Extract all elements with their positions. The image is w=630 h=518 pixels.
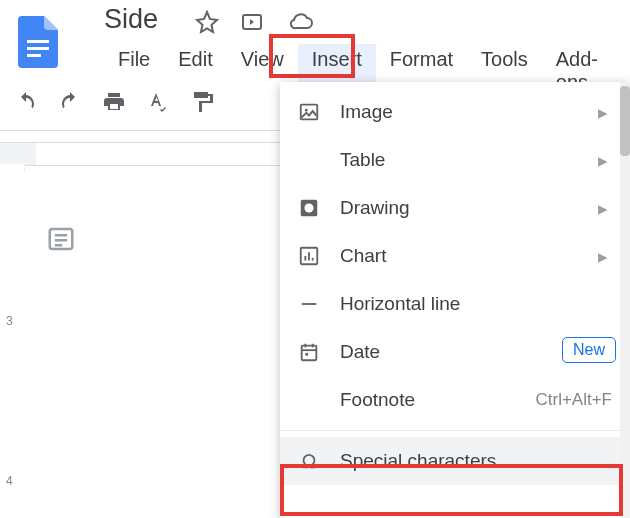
- menu-item-table[interactable]: Table ▸: [280, 136, 630, 184]
- menu-item-label: Table: [340, 149, 385, 171]
- menu-item-image[interactable]: Image ▸: [280, 88, 630, 136]
- menu-item-label: Chart: [340, 245, 386, 267]
- svg-point-11: [304, 203, 313, 212]
- svg-point-9: [305, 109, 308, 112]
- scrollbar-thumb[interactable]: [620, 86, 630, 156]
- svg-rect-2: [27, 54, 41, 57]
- menu-item-drawing[interactable]: Drawing ▸: [280, 184, 630, 232]
- undo-button[interactable]: [14, 90, 38, 114]
- svg-rect-17: [302, 346, 317, 361]
- insert-dropdown: Image ▸ Table ▸ Drawing ▸ Chart ▸ Horizo…: [280, 82, 630, 518]
- outline-icon[interactable]: [46, 224, 76, 258]
- print-button[interactable]: [102, 90, 126, 114]
- toolbar: [14, 90, 214, 114]
- menu-item-special-characters[interactable]: Special characters: [280, 437, 630, 485]
- hline-icon: [296, 293, 322, 315]
- drawing-icon: [296, 197, 322, 219]
- document-title[interactable]: Side: [104, 4, 158, 35]
- submenu-arrow-icon: ▸: [598, 245, 608, 268]
- omega-icon: [296, 450, 322, 472]
- menu-item-horizontal-line[interactable]: Horizontal line: [280, 280, 630, 328]
- menu-item-label: Date: [340, 341, 380, 363]
- calendar-icon: [296, 341, 322, 363]
- horizontal-ruler[interactable]: [0, 142, 280, 166]
- menu-item-chart[interactable]: Chart ▸: [280, 232, 630, 280]
- vertical-ruler[interactable]: 3 4: [0, 164, 25, 518]
- image-icon: [296, 101, 322, 123]
- menu-item-footnote[interactable]: Footnote Ctrl+Alt+F: [280, 376, 630, 424]
- spellcheck-button[interactable]: [146, 90, 170, 114]
- dropdown-scrollbar[interactable]: [620, 82, 630, 518]
- ruler-mark: 3: [6, 314, 13, 328]
- submenu-arrow-icon: ▸: [598, 197, 608, 220]
- cloud-status-icon[interactable]: [288, 10, 314, 38]
- menu-item-label: Horizontal line: [340, 293, 460, 315]
- redo-button[interactable]: [58, 90, 82, 114]
- chart-icon: [296, 245, 322, 267]
- svg-rect-21: [305, 353, 308, 356]
- svg-rect-0: [27, 40, 49, 43]
- menu-item-label: Footnote: [340, 389, 415, 411]
- submenu-arrow-icon: ▸: [598, 149, 608, 172]
- paint-format-button[interactable]: [190, 90, 214, 114]
- keyboard-shortcut: Ctrl+Alt+F: [535, 390, 612, 410]
- svg-rect-1: [27, 47, 49, 50]
- star-icon[interactable]: [195, 10, 219, 38]
- move-icon[interactable]: [240, 10, 264, 38]
- submenu-arrow-icon: ▸: [598, 101, 608, 124]
- menu-item-date[interactable]: Date New: [280, 328, 630, 376]
- menu-separator: [280, 430, 630, 431]
- menu-item-label: Image: [340, 101, 393, 123]
- ruler-mark: 4: [6, 474, 13, 488]
- menu-item-label: Special characters: [340, 450, 496, 472]
- menu-item-label: Drawing: [340, 197, 410, 219]
- docs-logo: [18, 16, 58, 72]
- new-badge: New: [562, 337, 616, 363]
